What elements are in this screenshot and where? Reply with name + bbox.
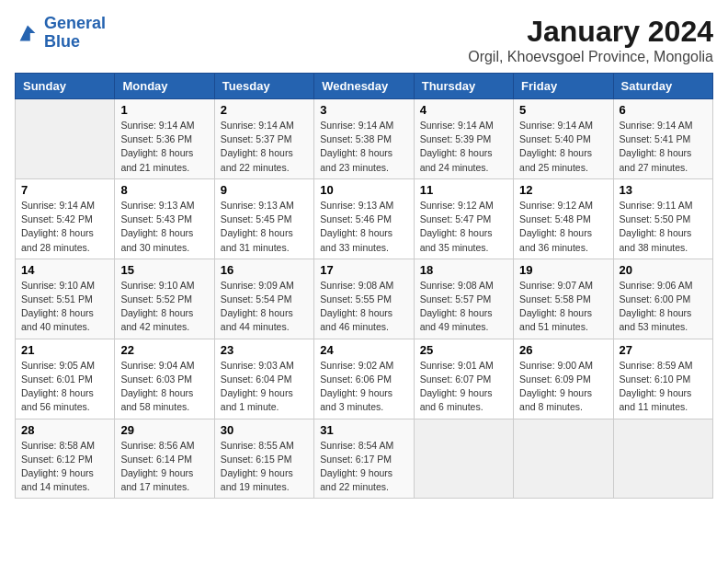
table-row: 21Sunrise: 9:05 AM Sunset: 6:01 PM Dayli… (16, 339, 115, 419)
table-row: 1Sunrise: 9:14 AM Sunset: 5:36 PM Daylig… (115, 99, 214, 179)
table-row: 20Sunrise: 9:06 AM Sunset: 6:00 PM Dayli… (613, 259, 712, 339)
table-row: 11Sunrise: 9:12 AM Sunset: 5:47 PM Dayli… (414, 178, 513, 259)
table-row: 12Sunrise: 9:12 AM Sunset: 5:48 PM Dayli… (514, 178, 613, 259)
calendar-week-row: 14Sunrise: 9:10 AM Sunset: 5:51 PM Dayli… (16, 259, 713, 339)
table-row (613, 419, 712, 499)
day-number: 1 (120, 103, 208, 117)
table-row: 7Sunrise: 9:14 AM Sunset: 5:42 PM Daylig… (16, 178, 115, 259)
calendar-week-row: 28Sunrise: 8:58 AM Sunset: 6:12 PM Dayli… (16, 419, 713, 499)
logo: General Blue (15, 15, 106, 52)
col-friday: Friday (514, 74, 613, 99)
day-info: Sunrise: 9:00 AM Sunset: 6:09 PM Dayligh… (519, 359, 607, 415)
table-row: 3Sunrise: 9:14 AM Sunset: 5:38 PM Daylig… (314, 99, 414, 179)
calendar-week-row: 7Sunrise: 9:14 AM Sunset: 5:42 PM Daylig… (16, 178, 713, 259)
day-info: Sunrise: 9:12 AM Sunset: 5:47 PM Dayligh… (420, 199, 507, 255)
calendar-week-row: 1Sunrise: 9:14 AM Sunset: 5:36 PM Daylig… (16, 99, 713, 179)
day-info: Sunrise: 9:12 AM Sunset: 5:48 PM Dayligh… (519, 199, 607, 255)
page-title: January 2024 (468, 15, 713, 49)
col-sunday: Sunday (16, 74, 115, 99)
day-number: 26 (519, 343, 607, 357)
day-info: Sunrise: 9:09 AM Sunset: 5:54 PM Dayligh… (221, 279, 308, 335)
day-info: Sunrise: 9:11 AM Sunset: 5:50 PM Dayligh… (620, 199, 707, 255)
day-info: Sunrise: 9:14 AM Sunset: 5:37 PM Dayligh… (221, 119, 308, 175)
day-info: Sunrise: 9:13 AM Sunset: 5:45 PM Dayligh… (221, 199, 308, 255)
col-tuesday: Tuesday (214, 74, 313, 99)
table-row: 16Sunrise: 9:09 AM Sunset: 5:54 PM Dayli… (214, 259, 313, 339)
table-row: 26Sunrise: 9:00 AM Sunset: 6:09 PM Dayli… (514, 339, 613, 419)
day-info: Sunrise: 9:05 AM Sunset: 6:01 PM Dayligh… (21, 359, 108, 415)
day-info: Sunrise: 9:10 AM Sunset: 5:51 PM Dayligh… (21, 279, 108, 335)
calendar-table: Sunday Monday Tuesday Wednesday Thursday… (15, 73, 713, 499)
day-number: 19 (519, 263, 607, 277)
col-saturday: Saturday (613, 74, 712, 99)
day-info: Sunrise: 9:01 AM Sunset: 6:07 PM Dayligh… (420, 359, 507, 415)
day-number: 24 (320, 343, 407, 357)
day-info: Sunrise: 9:14 AM Sunset: 5:39 PM Dayligh… (420, 119, 507, 175)
day-number: 3 (320, 103, 407, 117)
logo-text: General Blue (44, 15, 106, 52)
day-number: 15 (120, 263, 208, 277)
table-row: 24Sunrise: 9:02 AM Sunset: 6:06 PM Dayli… (314, 339, 414, 419)
day-info: Sunrise: 9:07 AM Sunset: 5:58 PM Dayligh… (519, 279, 607, 335)
table-row: 17Sunrise: 9:08 AM Sunset: 5:55 PM Dayli… (314, 259, 414, 339)
day-info: Sunrise: 8:56 AM Sunset: 6:14 PM Dayligh… (120, 439, 208, 495)
table-row: 15Sunrise: 9:10 AM Sunset: 5:52 PM Dayli… (115, 259, 214, 339)
day-info: Sunrise: 9:13 AM Sunset: 5:43 PM Dayligh… (120, 199, 208, 255)
table-row: 19Sunrise: 9:07 AM Sunset: 5:58 PM Dayli… (514, 259, 613, 339)
day-number: 18 (420, 263, 507, 277)
table-row: 18Sunrise: 9:08 AM Sunset: 5:57 PM Dayli… (414, 259, 513, 339)
table-row: 2Sunrise: 9:14 AM Sunset: 5:37 PM Daylig… (214, 99, 313, 179)
day-number: 31 (320, 423, 407, 437)
logo-icon (15, 20, 40, 46)
table-row: 30Sunrise: 8:55 AM Sunset: 6:15 PM Dayli… (214, 419, 313, 499)
day-info: Sunrise: 9:03 AM Sunset: 6:04 PM Dayligh… (221, 359, 308, 415)
day-number: 12 (519, 183, 607, 197)
day-number: 4 (420, 103, 507, 117)
day-number: 13 (620, 183, 707, 197)
day-number: 20 (620, 263, 707, 277)
day-info: Sunrise: 9:08 AM Sunset: 5:57 PM Dayligh… (420, 279, 507, 335)
table-row: 25Sunrise: 9:01 AM Sunset: 6:07 PM Dayli… (414, 339, 513, 419)
table-row: 4Sunrise: 9:14 AM Sunset: 5:39 PM Daylig… (414, 99, 513, 179)
table-row: 27Sunrise: 8:59 AM Sunset: 6:10 PM Dayli… (613, 339, 712, 419)
table-row: 29Sunrise: 8:56 AM Sunset: 6:14 PM Dayli… (115, 419, 214, 499)
table-row: 23Sunrise: 9:03 AM Sunset: 6:04 PM Dayli… (214, 339, 313, 419)
day-number: 27 (620, 343, 707, 357)
page-header: General Blue January 2024 Orgil, Khoevsg… (15, 15, 713, 65)
table-row: 22Sunrise: 9:04 AM Sunset: 6:03 PM Dayli… (115, 339, 214, 419)
day-number: 2 (221, 103, 308, 117)
table-row: 9Sunrise: 9:13 AM Sunset: 5:45 PM Daylig… (214, 178, 313, 259)
day-info: Sunrise: 9:14 AM Sunset: 5:40 PM Dayligh… (519, 119, 607, 175)
day-number: 14 (21, 263, 108, 277)
day-number: 6 (620, 103, 707, 117)
day-info: Sunrise: 8:59 AM Sunset: 6:10 PM Dayligh… (620, 359, 707, 415)
day-number: 9 (221, 183, 308, 197)
day-info: Sunrise: 8:54 AM Sunset: 6:17 PM Dayligh… (320, 439, 407, 495)
day-number: 16 (221, 263, 308, 277)
day-info: Sunrise: 9:08 AM Sunset: 5:55 PM Dayligh… (320, 279, 407, 335)
day-info: Sunrise: 9:14 AM Sunset: 5:38 PM Dayligh… (320, 119, 407, 175)
table-row: 28Sunrise: 8:58 AM Sunset: 6:12 PM Dayli… (16, 419, 115, 499)
day-number: 7 (21, 183, 108, 197)
col-monday: Monday (115, 74, 214, 99)
day-number: 10 (320, 183, 407, 197)
table-row: 8Sunrise: 9:13 AM Sunset: 5:43 PM Daylig… (115, 178, 214, 259)
day-info: Sunrise: 9:04 AM Sunset: 6:03 PM Dayligh… (120, 359, 208, 415)
title-block: January 2024 Orgil, Khoevsgoel Province,… (468, 15, 713, 65)
table-row: 5Sunrise: 9:14 AM Sunset: 5:40 PM Daylig… (514, 99, 613, 179)
table-row (514, 419, 613, 499)
day-info: Sunrise: 9:13 AM Sunset: 5:46 PM Dayligh… (320, 199, 407, 255)
day-number: 21 (21, 343, 108, 357)
day-number: 11 (420, 183, 507, 197)
col-thursday: Thursday (414, 74, 513, 99)
day-info: Sunrise: 9:14 AM Sunset: 5:42 PM Dayligh… (21, 199, 108, 255)
day-info: Sunrise: 9:14 AM Sunset: 5:41 PM Dayligh… (620, 119, 707, 175)
day-number: 28 (21, 423, 108, 437)
table-row: 13Sunrise: 9:11 AM Sunset: 5:50 PM Dayli… (613, 178, 712, 259)
page-subtitle: Orgil, Khoevsgoel Province, Mongolia (468, 49, 713, 65)
day-number: 17 (320, 263, 407, 277)
day-number: 23 (221, 343, 308, 357)
calendar-header-row: Sunday Monday Tuesday Wednesday Thursday… (16, 74, 713, 99)
table-row: 6Sunrise: 9:14 AM Sunset: 5:41 PM Daylig… (613, 99, 712, 179)
day-info: Sunrise: 9:14 AM Sunset: 5:36 PM Dayligh… (120, 119, 208, 175)
